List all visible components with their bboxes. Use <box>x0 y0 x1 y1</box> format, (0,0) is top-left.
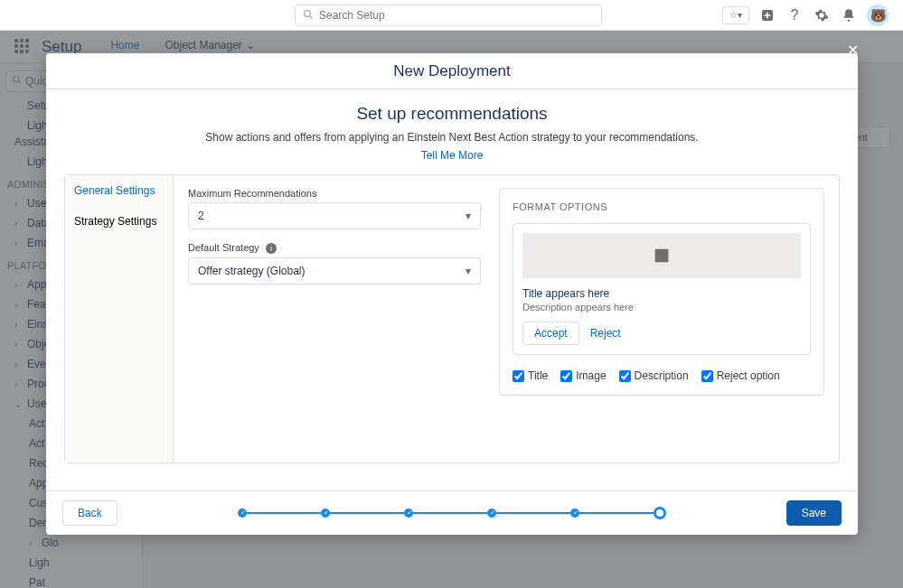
max-rec-value: 2 <box>198 210 204 222</box>
default-strategy-label: Default Strategy i <box>188 242 481 254</box>
panel-sidebar: General Settings Strategy Settings <box>65 175 174 462</box>
avatar[interactable]: 🐻 <box>867 5 889 26</box>
preview-desc: Description appears here <box>522 302 801 313</box>
svg-line-1 <box>310 15 313 18</box>
step-dot-3[interactable] <box>404 509 413 518</box>
default-strategy-select[interactable]: Offer strategy (Global) ▾ <box>188 257 481 285</box>
max-rec-select[interactable]: 2 ▾ <box>188 202 481 229</box>
step-subtext: Show actions and offers from applying an… <box>46 131 858 144</box>
search-icon <box>303 7 314 23</box>
step-line <box>496 512 570 514</box>
bell-icon[interactable] <box>840 6 858 24</box>
checkbox[interactable] <box>619 370 631 382</box>
default-strategy-value: Offer strategy (Global) <box>198 265 306 277</box>
format-checks: TitleImageDescriptionReject option <box>513 369 811 382</box>
check-label: Image <box>576 369 606 382</box>
image-placeholder-icon <box>522 233 801 278</box>
tell-me-more-link[interactable]: Tell Me More <box>46 149 858 162</box>
max-rec-label: Maximum Recommendations <box>188 188 481 199</box>
modal-title: New Deployment <box>46 53 858 89</box>
step-line <box>579 512 654 514</box>
reject-button[interactable]: Reject <box>587 322 632 345</box>
step-dot-2[interactable] <box>321 509 330 518</box>
checkbox[interactable] <box>513 370 524 382</box>
format-check-title[interactable]: Title <box>513 369 548 382</box>
step-heading: Set up recommendations <box>46 104 858 124</box>
close-icon[interactable]: ✕ <box>842 39 863 61</box>
step-dot-6[interactable] <box>654 507 666 519</box>
check-label: Title <box>528 369 548 382</box>
panel-tab-general[interactable]: General Settings <box>65 175 173 206</box>
caret-down-icon: ▾ <box>466 265 471 277</box>
step-dot-4[interactable] <box>487 509 496 518</box>
back-button[interactable]: Back <box>62 500 118 526</box>
step-dot-5[interactable] <box>570 509 579 518</box>
caret-down-icon: ▾ <box>466 210 471 222</box>
settings-panel: General Settings Strategy Settings Maxim… <box>64 174 840 463</box>
global-search-input[interactable] <box>319 9 594 22</box>
format-check-reject-option[interactable]: Reject option <box>701 369 780 382</box>
format-options-box: FORMAT OPTIONS Title appears here Descri… <box>499 188 824 396</box>
preview-title: Title appears here <box>522 287 801 300</box>
check-label: Reject option <box>717 369 780 382</box>
preview-card: Title appears here Description appears h… <box>513 223 811 355</box>
format-options-title: FORMAT OPTIONS <box>513 201 811 212</box>
progress-stepper <box>136 507 768 519</box>
checkbox[interactable] <box>560 370 572 382</box>
step-line <box>413 512 487 514</box>
global-header: ☆▾ ? 🐻 <box>0 0 903 31</box>
check-label: Description <box>635 369 689 382</box>
save-button[interactable]: Save <box>786 500 842 526</box>
modal-footer: Back Save <box>46 490 858 535</box>
info-icon[interactable]: i <box>266 243 277 254</box>
gear-icon[interactable] <box>813 6 831 24</box>
format-check-image[interactable]: Image <box>560 369 606 382</box>
new-deployment-modal: ✕ New Deployment Set up recommendations … <box>46 53 858 535</box>
step-dot-1[interactable] <box>238 509 247 518</box>
step-line <box>330 512 404 514</box>
star-dropdown[interactable]: ☆▾ <box>722 6 749 24</box>
global-search[interactable] <box>295 5 602 26</box>
help-icon[interactable]: ? <box>785 6 804 24</box>
svg-point-0 <box>305 10 311 16</box>
checkbox[interactable] <box>701 370 713 382</box>
panel-tab-strategy[interactable]: Strategy Settings <box>65 206 173 237</box>
svg-point-5 <box>657 251 660 254</box>
step-line <box>247 512 321 514</box>
accept-button[interactable]: Accept <box>522 322 579 345</box>
add-icon[interactable] <box>758 6 776 24</box>
format-check-description[interactable]: Description <box>619 369 689 382</box>
